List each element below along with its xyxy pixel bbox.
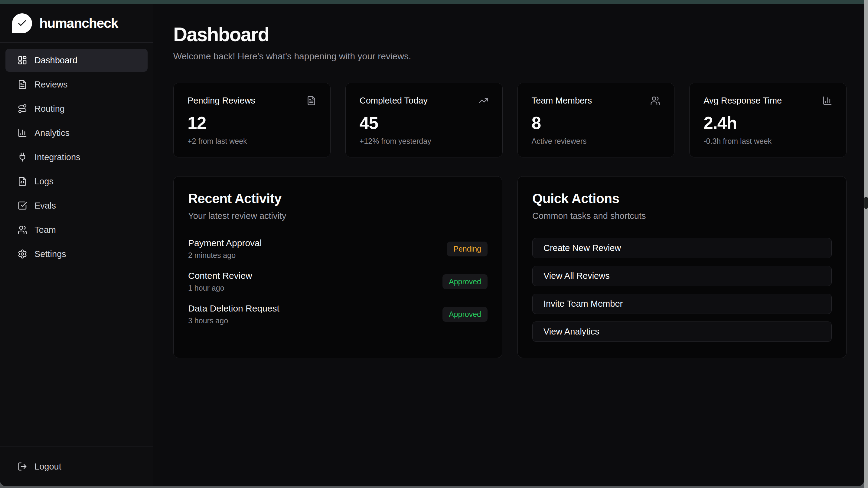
sidebar-item-team[interactable]: Team (5, 218, 148, 241)
logout-label: Logout (34, 462, 61, 472)
activity-row: Payment Approval 2 minutes ago Pending (188, 238, 488, 260)
layout-dashboard-icon (18, 55, 27, 65)
panels-row: Recent Activity Your latest review activ… (173, 176, 846, 358)
status-badge: Approved (442, 274, 488, 289)
activity-time: 3 hours ago (188, 316, 279, 325)
quick-actions-card: Quick Actions Common tasks and shortcuts… (518, 176, 846, 358)
stat-note: +2 from last week (187, 137, 316, 146)
square-check-icon (18, 201, 27, 210)
sidebar-item-label: Analytics (34, 128, 69, 138)
scrollbar-thumb[interactable] (864, 197, 868, 209)
sidebar-item-label: Logs (34, 176, 54, 186)
app-layout: humancheck Dashboard Reviews (0, 4, 864, 486)
recent-activity-card: Recent Activity Your latest review activ… (173, 176, 502, 358)
activity-time: 1 hour ago (188, 284, 252, 292)
log-out-icon (18, 462, 27, 471)
gear-icon (18, 249, 27, 259)
sidebar-item-integrations[interactable]: Integrations (5, 146, 148, 169)
stat-card-avg-response-time: Avg Response Time 2.4h -0.3h from last w… (689, 83, 846, 157)
brand: humancheck (0, 4, 153, 43)
sidebar: humancheck Dashboard Reviews (0, 4, 153, 486)
sidebar-item-label: Integrations (34, 152, 81, 162)
brand-check-bubble-icon (12, 13, 32, 33)
trending-up-icon (478, 96, 489, 106)
activity-title: Data Deletion Request (188, 303, 279, 314)
stat-value: 8 (532, 113, 660, 133)
main-content: Dashboard Welcome back! Here's what's ha… (153, 4, 864, 486)
chart-column-icon (18, 128, 27, 138)
file-text-icon (18, 80, 27, 89)
activity-title: Payment Approval (188, 238, 261, 248)
logout-button[interactable]: Logout (5, 455, 148, 478)
sidebar-item-label: Dashboard (34, 55, 78, 65)
view-all-reviews-button[interactable]: View All Reviews (532, 266, 832, 286)
users-icon (18, 225, 27, 235)
stat-card-pending-reviews: Pending Reviews 12 +2 from last week (173, 83, 331, 157)
sidebar-item-settings[interactable]: Settings (5, 242, 148, 265)
scrollbar-track[interactable] (864, 0, 868, 488)
brand-name: humancheck (39, 16, 118, 31)
chart-column-icon (822, 96, 832, 106)
stat-card-team-members: Team Members 8 Active reviewers (518, 83, 675, 157)
sidebar-item-analytics[interactable]: Analytics (5, 121, 148, 144)
stat-label: Team Members (532, 96, 592, 106)
sidebar-item-label: Reviews (34, 80, 68, 90)
sidebar-item-label: Team (34, 225, 56, 235)
sidebar-item-routing[interactable]: Routing (5, 97, 148, 120)
activity-row: Data Deletion Request 3 hours ago Approv… (188, 303, 488, 325)
stat-card-completed-today: Completed Today 45 +12% from yesterday (345, 83, 503, 157)
activity-row: Content Review 1 hour ago Approved (188, 270, 488, 292)
sidebar-item-logs[interactable]: Logs (5, 170, 148, 193)
route-icon (18, 104, 27, 114)
file-code-icon (18, 176, 27, 186)
activity-title: Content Review (188, 270, 252, 281)
status-badge: Approved (442, 307, 488, 322)
browser-theme-bar (0, 0, 864, 4)
page-subtitle: Welcome back! Here's what's happening wi… (173, 51, 846, 61)
sidebar-item-label: Routing (34, 104, 65, 114)
quick-actions-title: Quick Actions (532, 191, 832, 206)
create-new-review-button[interactable]: Create New Review (532, 238, 832, 258)
sidebar-item-reviews[interactable]: Reviews (5, 73, 148, 96)
recent-activity-subtitle: Your latest review activity (188, 211, 488, 221)
invite-team-member-button[interactable]: Invite Team Member (532, 294, 832, 314)
plug-icon (18, 152, 27, 162)
status-badge: Pending (447, 241, 488, 256)
recent-activity-title: Recent Activity (188, 191, 488, 206)
activity-list: Payment Approval 2 minutes ago Pending C… (188, 238, 488, 325)
stat-label: Avg Response Time (704, 96, 782, 106)
users-icon (650, 96, 660, 106)
sidebar-item-label: Evals (34, 201, 56, 211)
sidebar-item-label: Settings (34, 249, 66, 259)
stat-value: 12 (187, 113, 316, 133)
quick-actions-subtitle: Common tasks and shortcuts (532, 211, 832, 221)
file-text-icon (306, 96, 316, 106)
stat-label: Pending Reviews (187, 96, 255, 106)
stat-value: 45 (360, 113, 489, 133)
sidebar-item-dashboard[interactable]: Dashboard (5, 49, 148, 72)
stat-label: Completed Today (360, 96, 428, 106)
sidebar-item-evals[interactable]: Evals (5, 194, 148, 217)
sidebar-nav: Dashboard Reviews Routing (0, 43, 153, 447)
stat-note: -0.3h from last week (704, 137, 832, 146)
sidebar-footer: Logout (0, 447, 153, 486)
stat-value: 2.4h (704, 113, 832, 133)
quick-actions-list: Create New Review View All Reviews Invit… (532, 238, 832, 342)
view-analytics-button[interactable]: View Analytics (532, 321, 832, 342)
stats-row: Pending Reviews 12 +2 from last week Com… (173, 83, 846, 157)
activity-time: 2 minutes ago (188, 251, 261, 260)
page-title: Dashboard (173, 23, 846, 46)
stat-note: Active reviewers (532, 137, 660, 146)
app-window: humancheck Dashboard Reviews (0, 0, 864, 486)
stat-note: +12% from yesterday (360, 137, 489, 146)
